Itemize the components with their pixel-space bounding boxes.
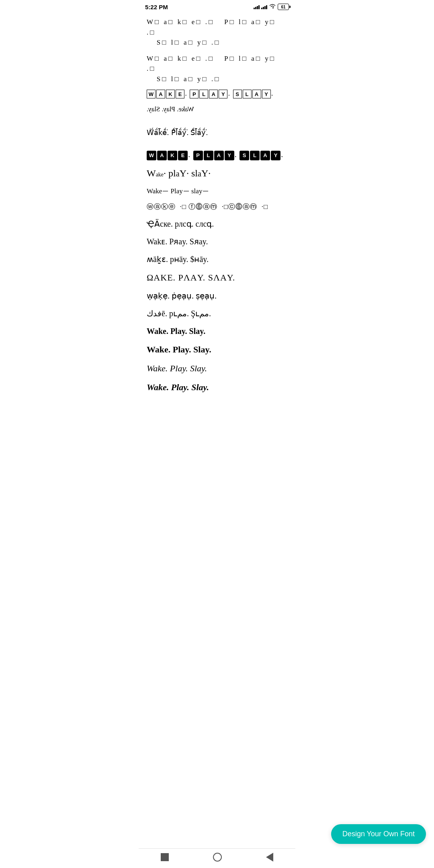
black-L2: L: [250, 151, 260, 160]
battery-icon: 61: [278, 4, 289, 10]
font-row-19: Wake. Play. Slay.: [147, 381, 287, 394]
black-A3: A: [260, 151, 270, 160]
signal-icon-1: [254, 4, 260, 9]
font-row-4: Wake. Play. Slay.: [147, 104, 287, 115]
font-samples-list: W□ a□ k□ e□ .□ P□ l□ a□ y□ .□ S□ l□ a□ y…: [139, 12, 295, 432]
font-row-13: ΩΑΚΕ. PΛΑY. SΛΑY.: [147, 271, 287, 284]
status-icons: 61: [254, 3, 289, 10]
black-S: S: [240, 151, 249, 160]
black-E: E: [178, 151, 188, 160]
font-row-2: W□ a□ k□ e□ .□ P□ l□ a□ y□ .□ S□ l□ a□ y…: [147, 53, 287, 84]
boxed-A2: A: [209, 90, 218, 98]
font-row-16: Wake. Play. Slay.: [147, 325, 287, 337]
black-L: L: [204, 151, 213, 160]
boxed-A3: A: [252, 90, 261, 98]
wifi-icon: [269, 3, 276, 10]
font-row-8: Wake⸺ Play⸺ slay⸺: [147, 186, 287, 197]
boxed-Y: Y: [219, 90, 227, 98]
boxed-S: S: [233, 90, 242, 98]
signal-icon-2: [261, 4, 267, 9]
boxed-W: W: [147, 90, 156, 98]
black-A2: A: [214, 151, 224, 160]
font-row-18: Wake. Play. Slay.: [147, 362, 287, 375]
black-dot-1: .: [188, 152, 190, 159]
font-row-11: Wakᴇ. Pᴙay. Sᴙay.: [147, 235, 287, 248]
boxed-dot-2: .: [228, 91, 229, 97]
boxed-L2: L: [243, 90, 252, 98]
boxed-Y2: Y: [262, 90, 271, 98]
boxed-L: L: [199, 90, 208, 98]
black-Y: Y: [225, 151, 234, 160]
font-row-5: Ẇ̈́ȧ̈́k̇̈́ė̈́.̇ Ṗ̈́l̇̈́ȧ̈́ẏ̈́.̇ Ṡ…: [147, 117, 287, 149]
boxed-E: E: [176, 90, 184, 98]
font-row-12: ʍāḵɛ. pʜāy. $ʜāy.: [147, 253, 287, 265]
boxed-P: P: [190, 90, 199, 98]
font-row-15: فدكē. pʟمم. Şʟمم.: [147, 307, 287, 319]
status-time: 5:22 PM: [145, 4, 168, 10]
font-row-10: ҾӒске. рлсգ. слсգ.: [147, 218, 287, 230]
chaos-text: Ẇ̈́ȧ̈́k̇̈́ė̈́.̇ Ṗ̈́l̇̈́ȧ̈́ẏ̈́.̇ Ṡ…: [147, 120, 208, 145]
boxed-K: K: [166, 90, 175, 98]
mirrored-text: Wake. Play. Slay.: [147, 104, 194, 115]
boxed-A: A: [156, 90, 165, 98]
black-dot-3: .: [281, 152, 283, 159]
font-row-3: W A K E . P L A Y . S L A Y .: [147, 90, 287, 98]
black-Y2: Y: [271, 151, 280, 160]
font-row-9: ⓦⓐⓚⓔ ·□ ⓕ⓺ⓐⓜ ·□ⓒ⓺ⓐⓜ ·□: [147, 202, 287, 212]
black-A: A: [157, 151, 167, 160]
boxed-dot-1: .: [185, 91, 186, 97]
black-W: W: [147, 151, 156, 160]
black-dot-2: .: [235, 152, 237, 159]
font-row-1: W□ a□ k□ e□ .□ P□ l□ a□ y□ .□ S□ l□ a□ y…: [147, 17, 287, 48]
font-row-17: Wake. Play. Slay.: [147, 343, 287, 356]
status-bar: 5:22 PM 61: [139, 0, 295, 12]
boxed-dot-3: .: [272, 91, 273, 97]
black-K: K: [168, 151, 177, 160]
black-P: P: [193, 151, 203, 160]
font-row-14: ẉạḳẹ. ṗẹạụ. ṣẹạụ.: [147, 290, 287, 302]
font-row-7: Wake· plaY· slaY·: [147, 166, 287, 180]
font-row-6: W A K E . P L A Y . S L A Y .: [147, 151, 287, 160]
